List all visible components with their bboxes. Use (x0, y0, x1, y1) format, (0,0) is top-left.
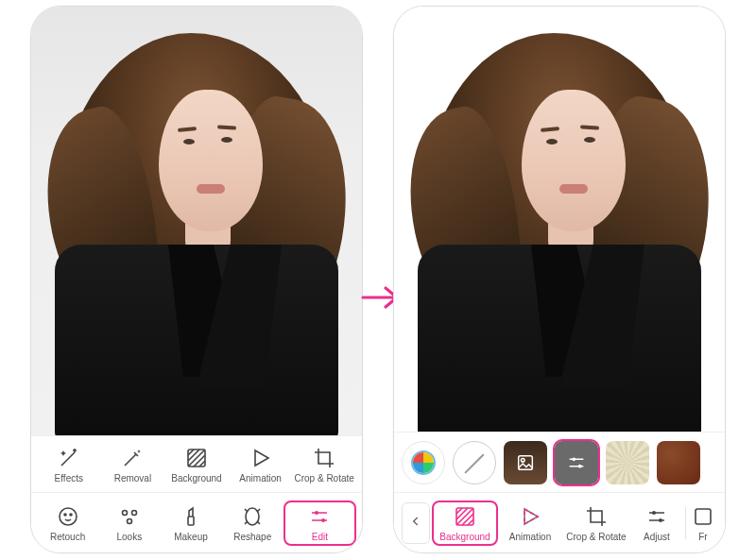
tool-adjust[interactable]: Adjust (632, 502, 681, 544)
tool-effects[interactable]: Effects (37, 444, 101, 485)
tool-crop-rotate[interactable]: Crop & Rotate (292, 444, 356, 485)
svg-point-3 (70, 514, 72, 516)
tab-looks[interactable]: Looks (98, 502, 160, 544)
tool-label: Animation (509, 532, 551, 542)
tab-label: Retouch (50, 532, 85, 542)
main-tabs-row: Retouch Looks Makeup Reshape Edit (31, 492, 362, 552)
play-color-icon (518, 504, 542, 529)
sliders-icon (307, 504, 332, 529)
svg-point-16 (652, 511, 656, 515)
crop-icon (584, 504, 609, 529)
tab-makeup[interactable]: Makeup (160, 502, 221, 544)
svg-rect-7 (188, 517, 194, 525)
tool-removal[interactable]: Removal (101, 444, 165, 485)
svg-point-2 (64, 514, 66, 516)
sliders-icon (566, 452, 587, 473)
svg-point-4 (122, 510, 127, 515)
tab-label: Reshape (233, 532, 271, 542)
tab-reshape[interactable]: Reshape (222, 502, 284, 544)
svg-point-1 (60, 508, 77, 525)
image-icon (515, 452, 536, 473)
tab-label: Looks (116, 532, 142, 542)
svg-point-10 (321, 518, 325, 522)
tool-label: Background (171, 473, 221, 484)
frame-icon (691, 504, 715, 529)
tool-label: Fr (698, 532, 707, 542)
tool-background[interactable]: Background (432, 501, 498, 546)
svg-rect-11 (519, 455, 533, 469)
background-options-row (394, 432, 725, 492)
tool-animation[interactable]: Animation (500, 502, 560, 544)
play-triangle-icon (249, 446, 273, 470)
tab-edit[interactable]: Edit (284, 501, 356, 546)
tool-label: Crop & Rotate (566, 532, 626, 542)
tab-label: Edit (312, 532, 328, 542)
svg-point-12 (521, 458, 524, 462)
photo-canvas-before[interactable] (31, 7, 362, 435)
tool-label: Animation (239, 473, 281, 484)
tool-label: Crop & Rotate (294, 473, 353, 484)
portrait-subject (45, 33, 348, 435)
svg-rect-18 (696, 509, 711, 524)
back-button[interactable] (402, 502, 430, 544)
eraser-wand-icon (120, 446, 145, 470)
tab-label: Makeup (174, 532, 208, 542)
lipstick-icon (179, 504, 203, 529)
toolbar-divider (685, 507, 686, 539)
tool-label: Adjust (644, 532, 670, 542)
chevron-left-icon (409, 515, 422, 532)
svg-point-13 (572, 457, 576, 461)
tool-label: Removal (114, 473, 151, 484)
svg-point-17 (659, 518, 662, 522)
svg-point-14 (578, 464, 582, 467)
hatch-square-icon (184, 446, 209, 470)
svg-point-9 (315, 511, 318, 515)
svg-point-6 (127, 518, 131, 523)
reshape-icon (240, 504, 265, 529)
crop-icon (312, 446, 336, 470)
bg-texture-1-thumb[interactable] (606, 441, 649, 484)
tool-label: Effects (55, 473, 83, 484)
portrait-subject (408, 33, 711, 432)
bg-texture-2-thumb[interactable] (657, 441, 700, 484)
tool-frame-partial[interactable]: Fr (690, 502, 716, 544)
edit-tools-row: Effects Removal Background Animation Cro… (31, 435, 362, 492)
tool-animation[interactable]: Animation (229, 444, 293, 485)
bg-original-thumb[interactable] (504, 441, 547, 484)
phone-after: Background Animation Crop & Rotate Adjus… (393, 6, 726, 553)
store-icon (411, 450, 436, 475)
tool-crop-rotate[interactable]: Crop & Rotate (562, 502, 630, 544)
sliders-icon (644, 504, 669, 529)
bg-store-button[interactable] (402, 441, 445, 484)
phone-before: Effects Removal Background Animation Cro… (30, 6, 363, 553)
edit-tools-row: Background Animation Crop & Rotate Adjus… (394, 492, 725, 552)
tool-background[interactable]: Background (164, 444, 229, 485)
tool-label: Background (439, 532, 490, 542)
hatch-square-icon (453, 504, 477, 529)
tab-retouch[interactable]: Retouch (37, 502, 98, 544)
sparkle-wand-icon (57, 446, 81, 470)
dots-icon (117, 504, 142, 529)
photo-canvas-after[interactable] (394, 7, 725, 432)
bg-none-button[interactable] (453, 441, 496, 484)
face-icon (56, 504, 80, 529)
svg-point-8 (246, 508, 259, 525)
bg-adjust-thumb[interactable] (555, 441, 598, 484)
svg-point-5 (131, 510, 136, 515)
